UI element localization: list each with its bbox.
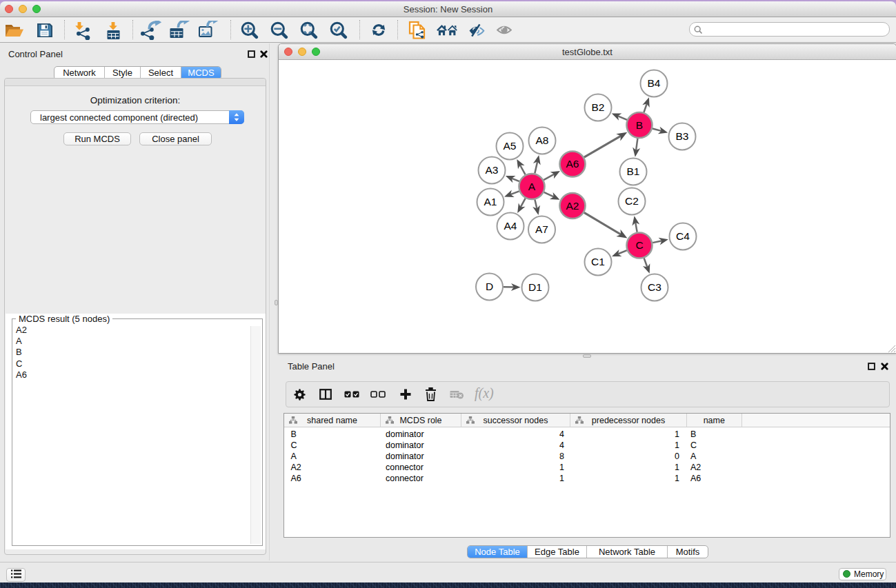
svg-text:A7: A7 [535,223,548,235]
svg-text:A2: A2 [566,200,579,212]
svg-text:B1: B1 [627,165,640,177]
svg-text:C: C [635,239,643,251]
svg-text:B3: B3 [676,130,689,142]
svg-text:B: B [636,119,643,131]
svg-text:C2: C2 [625,195,639,207]
svg-text:C3: C3 [648,281,661,293]
svg-text:A1: A1 [484,196,497,207]
svg-text:D: D [486,281,493,292]
svg-text:A4: A4 [504,220,517,232]
svg-text:A3: A3 [486,164,499,176]
svg-text:C1: C1 [591,256,605,267]
svg-text:A8: A8 [536,134,549,146]
svg-text:A6: A6 [566,158,579,170]
svg-text:C4: C4 [676,230,690,242]
svg-text:A5: A5 [504,140,517,152]
svg-text:B4: B4 [648,77,661,89]
svg-text:D1: D1 [528,281,542,293]
svg-text:B2: B2 [592,101,605,113]
svg-text:A: A [528,181,536,192]
